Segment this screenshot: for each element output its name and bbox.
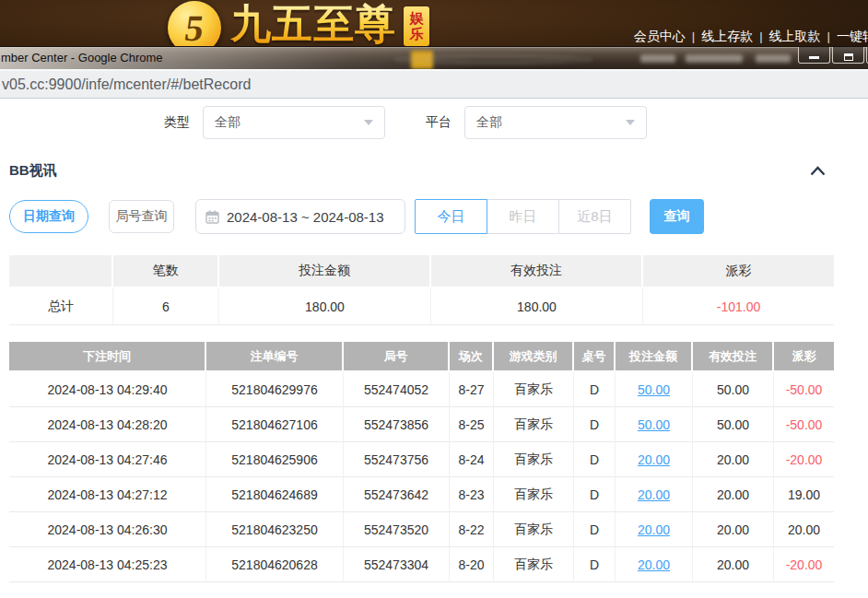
summary-total-row: 总计 6 180.00 180.00 -101.00: [9, 288, 834, 325]
valid-bet-cell: 20.00: [693, 477, 774, 512]
window-title: mber Center - Google Chrome: [1, 51, 163, 64]
round-id-cell: 552473856: [344, 407, 450, 442]
minimize-button[interactable]: [798, 47, 830, 64]
game-type-cell: 百家乐: [494, 372, 574, 407]
round-id-cell: 552473642: [344, 477, 450, 512]
detail-header-cell: 桌号: [574, 342, 616, 372]
order-id-cell: 521804620628: [206, 547, 344, 582]
redacted-info: [686, 54, 743, 63]
summary-header-cell: 投注金额: [219, 255, 431, 288]
detail-header-cell: 派彩: [774, 342, 834, 372]
round-id-cell: 552473304: [344, 547, 450, 582]
payout-cell: -50.00: [774, 407, 834, 442]
type-select[interactable]: 全部: [203, 106, 385, 139]
order-id-cell: 521804629976: [206, 372, 344, 407]
calendar-icon: [205, 210, 219, 224]
summary-table: 笔数投注金额有效投注派彩 总计 6 180.00 180.00 -101.00: [9, 255, 834, 325]
table-id-cell: D: [574, 547, 616, 582]
summary-header-cell: 派彩: [643, 255, 834, 288]
table-row: 2024-08-13 04:26:30521804623250552473520…: [9, 512, 834, 547]
nav-link-4[interactable]: 一键转账: [837, 29, 868, 43]
table-id-cell: D: [574, 442, 616, 477]
nav-link-1[interactable]: 会员中心: [634, 29, 686, 43]
platform-select-value: 全部: [476, 114, 502, 131]
url-text: v05.cc:9900/infe/mcenter/#/betRecord: [2, 76, 251, 93]
bet-record-table: 下注时间注单编号局号场次游戏类别桌号投注金额有效投注派彩 2024-08-13 …: [9, 342, 834, 582]
quick-date-button[interactable]: 昨日: [487, 199, 559, 234]
round-id-cell: 552474052: [344, 372, 450, 407]
detail-header-cell: 投注金额: [616, 342, 693, 372]
summary-bet-amount-cell: 180.00: [219, 288, 431, 325]
quick-date-button[interactable]: 今日: [415, 199, 487, 234]
summary-header-row: 笔数投注金额有效投注派彩: [9, 255, 834, 288]
query-controls: 日期查询 局号查询 2024-08-13 ~ 2024-08-13 今日昨日近8…: [9, 199, 868, 234]
payout-cell: 19.00: [774, 477, 834, 512]
search-button[interactable]: 查询: [650, 199, 704, 234]
nav-separator: |: [692, 29, 695, 43]
session-cell: 8-23: [450, 477, 494, 512]
bet-amount-link[interactable]: 20.00: [638, 487, 670, 502]
valid-bet-cell: 50.00: [693, 407, 774, 442]
address-bar[interactable]: v05.cc:9900/infe/mcenter/#/betRecord: [0, 69, 868, 99]
nav-link-2[interactable]: 线上存款: [701, 29, 753, 43]
session-cell: 8-22: [450, 512, 494, 547]
bet-amount-cell: 20.00: [616, 477, 693, 512]
header-ornament-icon: [394, 55, 592, 64]
table-row: 2024-08-13 04:27:46521804625906552473756…: [9, 442, 834, 477]
page-content: 类型 全部 平台 全部 BB视讯 日期查询 局号查询: [0, 99, 868, 582]
date-query-button[interactable]: 日期查询: [9, 200, 88, 233]
minimize-icon: [809, 56, 819, 59]
bet-time-cell: 2024-08-13 04:27:12: [9, 477, 206, 512]
order-id-cell: 521804624689: [206, 477, 344, 512]
summary-payout-cell: -101.00: [643, 288, 834, 325]
payout-cell: -20.00: [774, 547, 834, 582]
platform-filter-label: 平台: [426, 114, 452, 131]
valid-bet-cell: 50.00: [693, 372, 774, 407]
date-range-picker[interactable]: 2024-08-13 ~ 2024-08-13: [195, 199, 405, 234]
bet-amount-cell: 20.00: [616, 442, 693, 477]
table-id-cell: D: [574, 407, 616, 442]
detail-header-cell: 场次: [450, 342, 494, 372]
detail-header-cell: 注单编号: [206, 342, 344, 372]
detail-header-cell: 有效投注: [693, 342, 774, 372]
round-query-button[interactable]: 局号查询: [109, 200, 174, 233]
maximize-button[interactable]: [832, 47, 864, 64]
bet-amount-link[interactable]: 20.00: [638, 522, 670, 537]
session-cell: 8-25: [450, 407, 494, 442]
bet-time-cell: 2024-08-13 04:25:23: [9, 547, 206, 582]
bet-amount-link[interactable]: 50.00: [638, 417, 670, 432]
platform-select[interactable]: 全部: [464, 106, 647, 139]
table-id-cell: D: [574, 512, 616, 547]
order-id-cell: 521804625906: [206, 442, 344, 477]
game-type-cell: 百家乐: [494, 407, 574, 442]
table-row: 2024-08-13 04:27:12521804624689552473642…: [9, 477, 834, 512]
game-type-cell: 百家乐: [494, 512, 574, 547]
bet-amount-cell: 50.00: [616, 372, 693, 407]
quick-date-button[interactable]: 近8日: [558, 199, 631, 234]
detail-table-body: 2024-08-13 04:29:40521804629976552474052…: [9, 372, 834, 582]
table-id-cell: D: [574, 372, 616, 407]
type-select-value: 全部: [215, 114, 240, 131]
summary-label-cell: 总计: [9, 288, 113, 325]
nav-link-3[interactable]: 线上取款: [769, 29, 821, 43]
order-id-cell: 521804623250: [206, 512, 344, 547]
nav-separator: |: [827, 29, 830, 43]
payout-cell: -20.00: [774, 442, 834, 477]
round-id-cell: 552473520: [344, 512, 450, 547]
summary-header-cell: [9, 255, 113, 288]
session-cell: 8-27: [450, 372, 494, 407]
game-type-cell: 百家乐: [494, 477, 574, 512]
bet-amount-link[interactable]: 20.00: [638, 452, 670, 467]
bet-time-cell: 2024-08-13 04:28:20: [9, 407, 206, 442]
chevron-up-icon[interactable]: [810, 166, 826, 176]
table-row: 2024-08-13 04:28:20521804627106552473856…: [9, 407, 834, 442]
browser-title-bar: mber Center - Google Chrome: [0, 46, 868, 69]
logo-badge: 娱 乐: [404, 6, 429, 46]
bet-amount-cell: 50.00: [616, 407, 693, 442]
detail-header-row: 下注时间注单编号局号场次游戏类别桌号投注金额有效投注派彩: [9, 342, 834, 372]
bet-amount-link[interactable]: 50.00: [638, 382, 670, 397]
bet-amount-cell: 20.00: [616, 512, 693, 547]
bet-amount-link[interactable]: 20.00: [638, 557, 670, 572]
caret-down-icon: [364, 120, 373, 125]
bet-time-cell: 2024-08-13 04:26:30: [9, 512, 206, 547]
